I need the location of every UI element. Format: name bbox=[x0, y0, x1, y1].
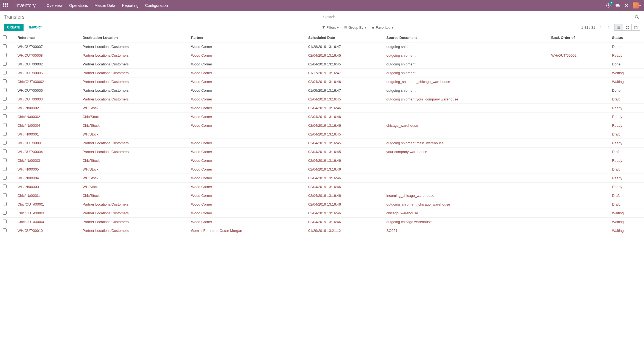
cell-status: Done bbox=[609, 42, 644, 51]
table-row[interactable]: Chic/OUT/00001 Partner Locations/Custome… bbox=[0, 200, 644, 209]
nav-reporting[interactable]: Reporting bbox=[122, 3, 139, 8]
row-checkbox[interactable] bbox=[3, 167, 7, 171]
cell-back-order bbox=[548, 60, 609, 69]
nav-operations[interactable]: Operations bbox=[69, 3, 88, 8]
row-checkbox[interactable] bbox=[3, 211, 7, 215]
cell-partner: Wood Corner bbox=[188, 77, 306, 86]
row-checkbox[interactable] bbox=[3, 132, 7, 136]
cell-scheduled-date: 02/04/2019 13:16:46 bbox=[306, 183, 384, 191]
user-menu[interactable]: ▾ bbox=[633, 2, 641, 8]
discuss-icon[interactable] bbox=[615, 3, 620, 8]
table-row[interactable]: WH/OUT/00006 Partner Locations/Customers… bbox=[0, 69, 644, 77]
cell-partner: Wood Corner bbox=[188, 121, 306, 130]
cell-scheduled-date: 02/04/2019 13:16:45 bbox=[306, 60, 384, 69]
view-kanban-button[interactable] bbox=[623, 24, 632, 31]
table-row[interactable]: Chic/OUT/00002 Partner Locations/Custome… bbox=[0, 77, 644, 86]
col-status[interactable]: Status bbox=[609, 33, 644, 42]
nav-configuration[interactable]: Configuration bbox=[145, 3, 168, 8]
filters-menu[interactable]: Filters ▾ bbox=[322, 25, 339, 30]
cell-destination: Chic/Stock bbox=[80, 113, 188, 121]
table-row[interactable]: WH/OUT/00001 Partner Locations/Customers… bbox=[0, 139, 644, 148]
groupby-menu[interactable]: Group By ▾ bbox=[344, 25, 366, 30]
col-reference[interactable]: Reference bbox=[15, 33, 80, 42]
row-checkbox[interactable] bbox=[3, 44, 7, 48]
cell-status: Ready bbox=[609, 121, 644, 130]
table-row[interactable]: WH/OUT/00010 Partner Locations/Customers… bbox=[0, 226, 644, 235]
apps-launcher-icon[interactable] bbox=[3, 3, 9, 8]
col-back-order[interactable]: Back Order of bbox=[548, 33, 609, 42]
cell-destination: Partner Locations/Customers bbox=[80, 209, 188, 218]
row-checkbox[interactable] bbox=[3, 71, 7, 74]
row-checkbox[interactable] bbox=[3, 176, 7, 180]
row-checkbox[interactable] bbox=[3, 228, 7, 232]
close-icon[interactable] bbox=[625, 4, 628, 7]
nav-master-data[interactable]: Master Data bbox=[94, 3, 115, 8]
table-row[interactable]: WH/IN/00002 WH/Stock Wood Corner 02/04/2… bbox=[0, 104, 644, 113]
cell-source-document: outgoing_shipment_chicago_warehouse bbox=[384, 200, 548, 209]
view-calendar-button[interactable] bbox=[632, 24, 640, 31]
col-scheduled-date[interactable]: Scheduled Date bbox=[306, 33, 384, 42]
cell-scheduled-date: 02/04/2019 13:16:46 bbox=[306, 209, 384, 218]
favorites-menu[interactable]: Favorites ▾ bbox=[371, 25, 393, 30]
row-checkbox[interactable] bbox=[3, 62, 7, 66]
row-checkbox[interactable] bbox=[3, 158, 7, 162]
cell-partner: Wood Corner bbox=[188, 174, 306, 183]
search-options: Filters ▾ Group By ▾ Favorites ▾ bbox=[322, 25, 393, 30]
row-checkbox[interactable] bbox=[3, 193, 7, 197]
cell-destination: Partner Locations/Customers bbox=[80, 69, 188, 77]
table-row[interactable]: WH/IN/00001 WH/Stock 02/04/2019 13:16:45… bbox=[0, 130, 644, 139]
pager-range[interactable]: 1-31 / 31 bbox=[581, 25, 595, 30]
pager-next[interactable] bbox=[606, 24, 612, 30]
row-checkbox[interactable] bbox=[3, 88, 7, 92]
row-checkbox[interactable] bbox=[3, 184, 7, 188]
row-checkbox[interactable] bbox=[3, 53, 7, 57]
col-destination[interactable]: Destination Location bbox=[80, 33, 188, 42]
cell-reference: WH/OUT/00001 bbox=[15, 139, 80, 148]
nav-overview[interactable]: Overview bbox=[47, 3, 62, 8]
table-row[interactable]: WH/IN/00004 WH/Stock Wood Corner 02/04/2… bbox=[0, 174, 644, 183]
pager-prev[interactable] bbox=[597, 24, 603, 30]
table-row[interactable]: WH/IN/00003 WH/Stock Wood Corner 02/04/2… bbox=[0, 183, 644, 191]
select-all-checkbox[interactable] bbox=[3, 35, 7, 39]
row-checkbox[interactable] bbox=[3, 97, 7, 101]
svg-rect-6 bbox=[634, 26, 637, 29]
table-row[interactable]: WH/OUT/00004 Partner Locations/Customers… bbox=[0, 148, 644, 156]
table-row[interactable]: WH/OUT/00007 Partner Locations/Customers… bbox=[0, 42, 644, 51]
table-row[interactable]: Chic/OUT/00003 Partner Locations/Custome… bbox=[0, 209, 644, 218]
table-row[interactable]: Chic/IN/00003 Chic/Stock Wood Corner 02/… bbox=[0, 156, 644, 165]
table-row[interactable]: WH/OUT/00005 Partner Locations/Customers… bbox=[0, 86, 644, 95]
row-checkbox[interactable] bbox=[3, 79, 7, 83]
search-input[interactable] bbox=[322, 13, 634, 21]
row-checkbox[interactable] bbox=[3, 106, 7, 109]
cell-partner: Wood Corner bbox=[188, 156, 306, 165]
table-row[interactable]: Chic/OUT/00004 Partner Locations/Custome… bbox=[0, 218, 644, 226]
row-checkbox[interactable] bbox=[3, 202, 7, 206]
col-source-document[interactable]: Source Document bbox=[384, 33, 548, 42]
row-checkbox[interactable] bbox=[3, 114, 7, 118]
activity-icon[interactable]: 7 bbox=[606, 3, 611, 8]
cell-reference: Chic/OUT/00004 bbox=[15, 218, 80, 226]
calendar-view-icon bbox=[634, 25, 638, 29]
row-checkbox[interactable] bbox=[3, 149, 7, 153]
row-checkbox[interactable] bbox=[3, 220, 7, 223]
create-button[interactable]: CREATE bbox=[4, 24, 24, 31]
cell-source-document bbox=[384, 156, 548, 165]
col-partner[interactable]: Partner bbox=[188, 33, 306, 42]
view-list-button[interactable] bbox=[614, 24, 623, 31]
table-row[interactable]: Chic/IN/00001 Chic/Stock Wood Corner 02/… bbox=[0, 191, 644, 200]
search-icon[interactable] bbox=[634, 14, 640, 20]
import-button[interactable]: IMPORT bbox=[26, 24, 45, 31]
cell-scheduled-date: 02/04/2019 13:16:46 bbox=[306, 191, 384, 200]
table-row[interactable]: WH/OUT/00002 Partner Locations/Customers… bbox=[0, 60, 644, 69]
table-row[interactable]: WH/IN/00005 WH/Stock Wood Corner 02/04/2… bbox=[0, 165, 644, 174]
table-row[interactable]: Chic/IN/00002 Chic/Stock Wood Corner 02/… bbox=[0, 113, 644, 121]
row-checkbox[interactable] bbox=[3, 141, 7, 145]
app-title[interactable]: Inventory bbox=[15, 3, 36, 8]
table-row[interactable]: WH/OUT/00008 Partner Locations/Customers… bbox=[0, 51, 644, 60]
cell-back-order bbox=[548, 77, 609, 86]
row-checkbox[interactable] bbox=[3, 123, 7, 127]
table-row[interactable]: Chic/IN/00004 Chic/Stock Wood Corner 02/… bbox=[0, 121, 644, 130]
cell-back-order bbox=[548, 148, 609, 156]
transfers-table: Reference Destination Location Partner S… bbox=[0, 33, 644, 235]
table-row[interactable]: WH/OUT/00003 Partner Locations/Customers… bbox=[0, 95, 644, 104]
